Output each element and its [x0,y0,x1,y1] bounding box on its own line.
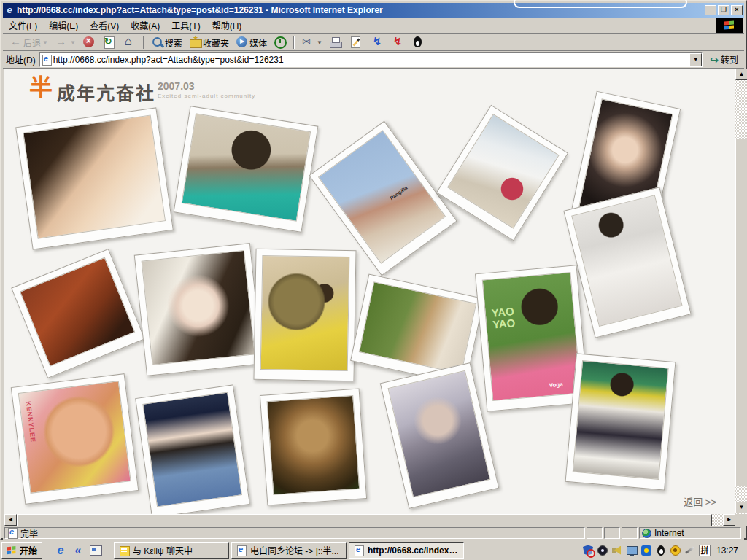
pen-input-icon[interactable] [684,545,696,556]
radar-icon[interactable] [597,545,608,556]
forward-dropdown-icon[interactable]: ▼ [70,39,76,46]
history-button[interactable] [270,35,290,50]
show-desktop-quick-launch-icon[interactable] [88,543,103,558]
thunder-button[interactable] [366,35,387,50]
taskbar: 开始 e« 与 Kεllψ 聊天中电白同乡论坛 -> |::半...http:/… [0,540,747,560]
title-bar[interactable]: e http://0668.cc/index.php?act=Attach&ty… [3,3,744,18]
status-pane-3 [622,527,638,539]
favorites-button[interactable]: 收藏夹 [185,35,232,50]
back-link[interactable]: 返回 >> [684,494,716,508]
search-label: 搜索 [165,36,182,49]
photo-image-1 [23,114,166,238]
scroll-up-button[interactable]: ▲ [735,69,747,80]
flashget-button[interactable] [387,35,407,50]
menu-工具T[interactable]: 工具(T) [166,17,206,34]
task-button-area: 与 Kεllψ 聊天中电白同乡论坛 -> |::半...http://0668.… [114,542,466,559]
scrollbar-corner [735,514,747,526]
home-button[interactable] [120,35,140,50]
task-button-1[interactable]: 与 Kεllψ 聊天中 [114,542,229,559]
ime-pinyin-icon[interactable]: 拼 [699,545,711,556]
scroll-left-button[interactable]: ◄ [4,514,17,526]
menu-查看V[interactable]: 查看(V) [84,17,125,34]
back-button[interactable]: 后退▼ [6,35,51,50]
system-tray: 拼 13:27 [576,542,746,559]
photo-image-15 [388,370,491,498]
task-label: http://0668.cc/index.php... [368,545,460,556]
restore-button[interactable]: ❐ [718,5,729,15]
antivirus-shield-icon[interactable] [582,545,594,556]
ie-window-icon: e [4,5,15,15]
back-icon [9,36,23,49]
minimize-button[interactable]: _ [705,5,716,15]
address-input[interactable] [52,54,690,66]
stop-button[interactable] [79,35,99,50]
qq-service-icon[interactable] [640,545,652,556]
scroll-down-button[interactable]: ▼ [735,502,747,513]
site-logo-title: 成年亢奋社 [57,79,155,105]
polaroid-photo-9 [253,249,356,381]
edit-button[interactable] [346,35,366,50]
qq-penguin-icon[interactable] [655,545,667,556]
scroll-right-button[interactable]: ► [723,514,735,526]
search-button[interactable]: 搜索 [147,35,185,50]
horizontal-scrollbar[interactable]: ◄ ► [4,514,735,526]
taskbar-clock: 13:27 [716,545,738,556]
refresh-icon [102,36,117,49]
menu-帮助H[interactable]: 帮助(H) [206,17,248,34]
polaroid-photo-16 [565,353,676,490]
toolbar: 后退▼▼搜索收藏夹媒体▼ [3,34,744,51]
forward-button[interactable]: ▼ [51,35,79,50]
start-button[interactable]: 开始 [1,542,42,559]
page-content: 半 成年亢奋社 2007.03 Excited semi-adult commu… [4,69,735,514]
qq-button[interactable] [407,35,427,50]
close-button[interactable]: × [731,5,743,15]
menu-文件F[interactable]: 文件(F) [3,17,43,34]
mail-dropdown-icon[interactable]: ▼ [317,39,322,46]
back-dropdown-icon[interactable]: ▼ [42,39,48,46]
status-zone-pane: Internet [639,527,741,539]
menu-编辑E[interactable]: 编辑(E) [43,17,84,34]
polaroid-photo-11: YAO YAOVoga [475,265,589,411]
address-combo[interactable]: ▼ [39,52,703,67]
status-pane-2 [604,527,620,539]
photo-caption: Voga [549,382,563,389]
print-button[interactable] [325,35,346,50]
horizontal-scroll-thumb[interactable] [17,514,712,526]
photo-image-10 [359,281,476,374]
vertical-scrollbar[interactable]: ▲ ▼ [735,69,747,514]
window-title: http://0668.cc/index.php?act=Attach&type… [17,5,703,15]
photo-image-13 [142,392,242,508]
mail-icon [301,36,315,49]
task-label: 与 Kεllψ 聊天中 [133,544,193,556]
alert-ring-icon[interactable] [670,545,681,556]
polaroid-photo-14 [260,388,367,505]
menu-收藏A[interactable]: 收藏(A) [125,17,166,34]
address-dropdown-button[interactable]: ▼ [689,53,702,66]
photo-image-2 [182,113,311,221]
site-logo-mark: 半 [29,76,53,99]
start-label: 开始 [20,544,37,556]
history-icon [273,36,287,49]
ie-quick-launch-icon[interactable]: e [53,543,68,558]
task-button-2[interactable]: 电白同乡论坛 -> |::半... [231,542,347,559]
quick-launch-bar: e« [47,542,109,559]
task-button-3[interactable]: http://0668.cc/index.php... [349,542,464,559]
go-button[interactable]: ↪ 转到 [707,52,741,67]
qq-chat-icon [118,545,130,556]
windows-flag-icon [724,20,735,30]
photo-image-12: KENNYLEE [18,381,131,494]
photo-caption: YAO YAO [491,306,516,330]
vertical-scroll-thumb[interactable] [735,139,747,486]
photo-image-4 [447,114,560,229]
mail-button[interactable]: ▼ [298,35,325,50]
display-icon[interactable] [626,545,638,556]
photo-caption: PangXia [389,184,409,201]
refresh-button[interactable] [99,35,120,50]
ie-icon [353,545,365,556]
flashget-icon [390,36,404,49]
status-page-icon [7,528,18,538]
zone-label: Internet [654,528,684,538]
volume-icon[interactable] [611,545,623,556]
media-button[interactable]: 媒体 [232,35,270,50]
blue-arrow-quick-launch-icon[interactable]: « [71,543,85,558]
